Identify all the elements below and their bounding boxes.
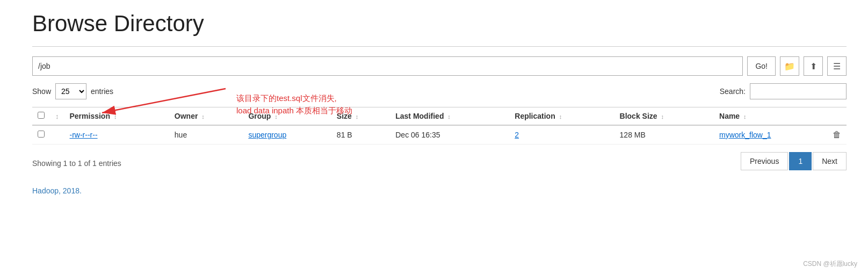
footer-text: Hadoop, 2018. [32, 186, 847, 195]
th-last-modified[interactable]: Last Modified ↕ [390, 107, 509, 126]
row-checkbox-cell [32, 125, 50, 145]
th-actions [827, 107, 847, 126]
entries-select[interactable]: 10 25 50 100 [55, 83, 86, 99]
search-input[interactable] [750, 83, 847, 99]
last-modified-sort-icon: ↕ [447, 113, 451, 120]
name-sort-icon: ↕ [743, 113, 747, 120]
group-link[interactable]: supergroup [248, 131, 286, 139]
th-name[interactable]: Name ↕ [714, 107, 827, 126]
row-sort-cell [50, 125, 64, 145]
path-input[interactable] [32, 56, 743, 76]
row-block-size: 128 MB [614, 125, 714, 145]
search-row: Search: [720, 83, 847, 99]
row-group: supergroup [243, 125, 331, 145]
pagination: Previous 1 Next [741, 152, 847, 170]
row-permission: -rw-r--r-- [64, 125, 169, 145]
divider [32, 46, 847, 47]
search-label: Search: [720, 87, 746, 96]
select-all-checkbox[interactable] [38, 112, 45, 119]
th-block-size[interactable]: Block Size ↕ [614, 107, 714, 126]
th-replication[interactable]: Replication ↕ [509, 107, 614, 126]
permission-link[interactable]: -rw-r--r-- [70, 131, 98, 139]
previous-button[interactable]: Previous [741, 152, 788, 170]
show-label: Show [32, 87, 51, 96]
row-last-modified: Dec 06 16:35 [390, 125, 509, 145]
folder-icon: 📁 [784, 61, 795, 71]
page-1-button[interactable]: 1 [789, 152, 812, 170]
name-link[interactable]: mywork_flow_1 [719, 131, 771, 139]
table-row: -rw-r--r-- hue supergroup 81 B Dec 06 16… [32, 125, 847, 145]
block-size-sort-icon: ↕ [661, 113, 664, 120]
list-icon-button[interactable]: ☰ [827, 56, 847, 76]
page-title: Browse Directory [32, 11, 847, 37]
replication-sort-icon: ↕ [559, 113, 562, 120]
sort-arrows-icon: ↕ [55, 112, 59, 120]
row-delete-cell: 🗑 [827, 125, 847, 145]
delete-icon[interactable]: 🗑 [833, 130, 841, 139]
watermark-text: CSDN @祈愿lucky [803, 259, 857, 269]
go-button[interactable]: Go! [747, 56, 776, 76]
upload-icon-button[interactable]: ⬆ [804, 56, 823, 76]
next-button[interactable]: Next [813, 152, 847, 170]
list-icon: ☰ [833, 61, 841, 71]
bottom-row: Showing 1 to 1 of 1 entries Previous 1 N… [32, 152, 847, 181]
th-checkbox [32, 107, 50, 126]
page-wrapper: Browse Directory Go! 📁 ⬆ ☰ 该目录下的test.sql… [0, 0, 868, 274]
size-sort-icon: ↕ [356, 113, 359, 120]
path-row: Go! 📁 ⬆ ☰ [32, 56, 847, 76]
row-name: mywork_flow_1 [714, 125, 827, 145]
upload-icon: ⬆ [810, 61, 817, 71]
th-sort[interactable]: ↕ [50, 107, 64, 126]
row-checkbox[interactable] [38, 131, 45, 138]
showing-text: Showing 1 to 1 of 1 entries [32, 159, 121, 168]
annotation-text: 该目录下的test.sql文件消失, load data inpath 本质相当… [236, 92, 352, 117]
folder-icon-button[interactable]: 📁 [780, 56, 799, 76]
row-replication: 2 [509, 125, 614, 145]
replication-link[interactable]: 2 [515, 131, 519, 139]
red-arrow [86, 83, 236, 126]
row-size: 81 B [331, 125, 390, 145]
row-owner: hue [169, 125, 243, 145]
svg-line-1 [102, 89, 226, 113]
